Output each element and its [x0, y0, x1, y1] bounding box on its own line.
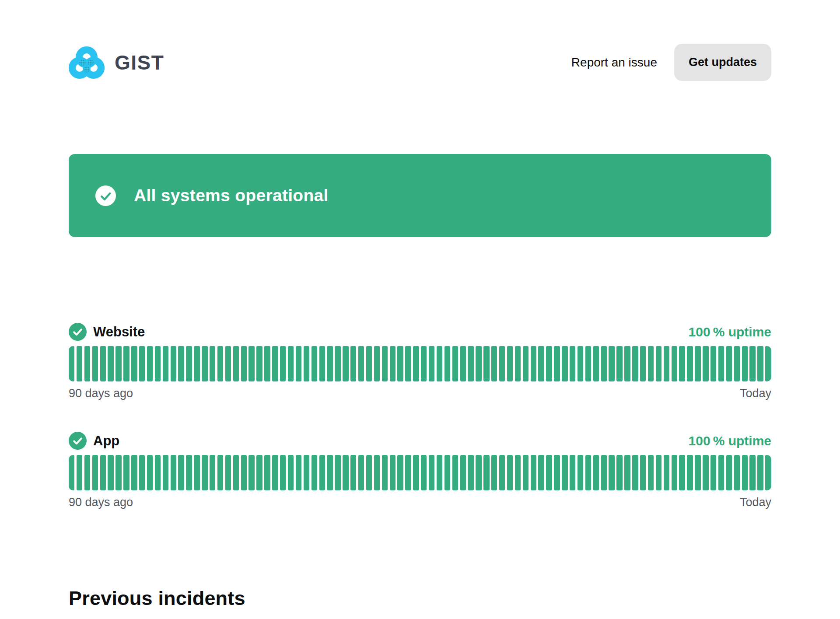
uptime-day-bar[interactable]	[538, 346, 544, 381]
uptime-day-bar[interactable]	[69, 455, 74, 490]
uptime-day-bar[interactable]	[609, 455, 614, 490]
uptime-day-bar[interactable]	[171, 455, 176, 490]
uptime-day-bar[interactable]	[350, 455, 356, 490]
uptime-day-bar[interactable]	[217, 455, 223, 490]
uptime-day-bar[interactable]	[248, 346, 254, 381]
uptime-day-bar[interactable]	[405, 346, 411, 381]
uptime-day-bar[interactable]	[256, 455, 262, 490]
uptime-day-bar[interactable]	[335, 346, 340, 381]
uptime-day-bar[interactable]	[382, 346, 388, 381]
uptime-day-bar[interactable]	[186, 455, 192, 490]
uptime-day-bar[interactable]	[703, 346, 708, 381]
uptime-day-bar[interactable]	[429, 455, 434, 490]
uptime-day-bar[interactable]	[358, 455, 364, 490]
uptime-day-bar[interactable]	[225, 346, 231, 381]
uptime-day-bar[interactable]	[390, 346, 396, 381]
uptime-day-bar[interactable]	[296, 455, 301, 490]
uptime-day-bar[interactable]	[499, 346, 505, 381]
uptime-day-bar[interactable]	[116, 455, 121, 490]
uptime-day-bar[interactable]	[264, 455, 270, 490]
uptime-day-bar[interactable]	[319, 455, 325, 490]
uptime-day-bar[interactable]	[327, 346, 332, 381]
uptime-day-bar[interactable]	[155, 346, 161, 381]
uptime-day-bar[interactable]	[155, 455, 161, 490]
uptime-day-bar[interactable]	[280, 346, 286, 381]
uptime-day-bar[interactable]	[350, 346, 356, 381]
uptime-day-bar[interactable]	[131, 455, 137, 490]
uptime-day-bar[interactable]	[147, 346, 153, 381]
uptime-day-bar[interactable]	[578, 455, 583, 490]
uptime-day-bar[interactable]	[507, 455, 513, 490]
uptime-day-bar[interactable]	[264, 346, 270, 381]
uptime-day-bar[interactable]	[718, 455, 724, 490]
uptime-day-bar[interactable]	[710, 346, 716, 381]
uptime-day-bar[interactable]	[710, 455, 716, 490]
uptime-day-bar[interactable]	[280, 455, 286, 490]
uptime-day-bar[interactable]	[718, 346, 724, 381]
uptime-day-bar[interactable]	[413, 455, 419, 490]
uptime-day-bar[interactable]	[640, 455, 646, 490]
uptime-day-bar[interactable]	[92, 455, 98, 490]
uptime-day-bar[interactable]	[672, 455, 677, 490]
uptime-day-bar[interactable]	[656, 455, 662, 490]
uptime-day-bar[interactable]	[163, 455, 168, 490]
uptime-day-bar[interactable]	[640, 346, 646, 381]
uptime-day-bar[interactable]	[100, 346, 106, 381]
uptime-day-bar[interactable]	[319, 346, 325, 381]
uptime-day-bar[interactable]	[616, 346, 622, 381]
uptime-day-bar[interactable]	[343, 455, 348, 490]
uptime-day-bar[interactable]	[358, 346, 364, 381]
uptime-day-bar[interactable]	[531, 346, 536, 381]
uptime-day-bar[interactable]	[570, 455, 575, 490]
uptime-day-bar[interactable]	[554, 455, 560, 490]
uptime-day-bar[interactable]	[437, 455, 442, 490]
uptime-day-bar[interactable]	[483, 346, 489, 381]
uptime-day-bar[interactable]	[460, 455, 466, 490]
uptime-day-bar[interactable]	[69, 346, 74, 381]
uptime-day-bar[interactable]	[108, 346, 113, 381]
get-updates-button[interactable]: Get updates	[674, 44, 771, 81]
uptime-day-bar[interactable]	[538, 455, 544, 490]
uptime-day-bar[interactable]	[491, 346, 497, 381]
uptime-day-bar[interactable]	[77, 346, 82, 381]
uptime-day-bar[interactable]	[452, 346, 458, 381]
uptime-day-bar[interactable]	[460, 346, 466, 381]
uptime-day-bar[interactable]	[335, 455, 340, 490]
uptime-day-bar[interactable]	[272, 346, 278, 381]
uptime-day-bar[interactable]	[178, 346, 184, 381]
uptime-day-bar[interactable]	[343, 346, 348, 381]
uptime-day-bar[interactable]	[366, 455, 372, 490]
uptime-day-bar[interactable]	[609, 346, 614, 381]
uptime-day-bar[interactable]	[186, 346, 192, 381]
uptime-day-bar[interactable]	[664, 346, 669, 381]
uptime-day-bar[interactable]	[656, 346, 662, 381]
uptime-day-bar[interactable]	[397, 455, 403, 490]
uptime-day-bar[interactable]	[429, 346, 434, 381]
uptime-day-bar[interactable]	[664, 455, 669, 490]
uptime-day-bar[interactable]	[726, 455, 732, 490]
uptime-day-bar[interactable]	[139, 346, 145, 381]
uptime-day-bar[interactable]	[695, 346, 700, 381]
uptime-day-bar[interactable]	[515, 455, 521, 490]
uptime-day-bar[interactable]	[327, 455, 332, 490]
uptime-day-bar[interactable]	[507, 346, 513, 381]
uptime-day-bar[interactable]	[570, 346, 575, 381]
uptime-day-bar[interactable]	[397, 346, 403, 381]
uptime-day-bar[interactable]	[312, 346, 317, 381]
uptime-day-bar[interactable]	[131, 346, 137, 381]
uptime-day-bar[interactable]	[248, 455, 254, 490]
uptime-day-bar[interactable]	[382, 455, 388, 490]
uptime-day-bar[interactable]	[210, 455, 215, 490]
uptime-day-bar[interactable]	[194, 346, 200, 381]
uptime-day-bar[interactable]	[272, 455, 278, 490]
uptime-day-bar[interactable]	[757, 455, 763, 490]
uptime-day-bar[interactable]	[632, 346, 638, 381]
uptime-day-bar[interactable]	[437, 346, 442, 381]
uptime-day-bar[interactable]	[241, 346, 247, 381]
uptime-day-bar[interactable]	[123, 346, 129, 381]
uptime-day-bar[interactable]	[695, 455, 700, 490]
uptime-day-bar[interactable]	[421, 455, 427, 490]
uptime-day-bar[interactable]	[178, 455, 184, 490]
uptime-day-bar[interactable]	[687, 455, 693, 490]
uptime-day-bar[interactable]	[742, 455, 748, 490]
